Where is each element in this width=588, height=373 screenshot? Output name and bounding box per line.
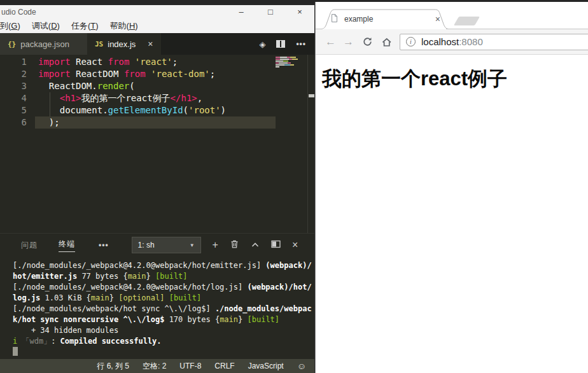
terminal-token: ./node_modules/webpac: [215, 304, 312, 313]
status-language[interactable]: JavaScript: [248, 362, 284, 370]
terminal-token: [built]: [155, 272, 188, 281]
terminal-select[interactable]: 1: sh ▼: [132, 237, 201, 253]
menu-item-D[interactable]: 调试(D): [26, 20, 66, 32]
tab-close-icon[interactable]: ×: [435, 14, 440, 24]
home-icon[interactable]: [381, 37, 392, 47]
panel-more-icon[interactable]: •••: [99, 241, 109, 250]
panel-header: 问题 终端 ••• 1: sh ▼ + ×: [0, 234, 314, 257]
tab-index-js[interactable]: JS index.js ×: [87, 33, 161, 55]
panel-tab-terminal[interactable]: 终端: [59, 239, 75, 252]
terminal-token: 1.03 KiB {: [40, 293, 90, 302]
code-token: 'root': [188, 104, 221, 116]
browser-toolbar: ← → i localhost :8080: [316, 29, 588, 55]
new-terminal-icon[interactable]: +: [213, 240, 218, 250]
terminal-token: [./node_modules/_webpack@4.2.0@webpack/h…: [13, 261, 265, 270]
vscode-titlebar: udio Code – □ ×: [0, 5, 314, 19]
terminal-line-4: log.js 1.03 KiB {main} [optional] [built…: [13, 293, 314, 304]
kill-terminal-icon[interactable]: [230, 239, 239, 251]
code-token: [146, 68, 151, 80]
terminal-token: k/hot sync nonrecursive ^\.\/log$: [13, 315, 164, 324]
info-icon[interactable]: i: [406, 37, 416, 46]
vscode-window-title: udio Code: [1, 8, 36, 17]
maximize-icon[interactable]: □: [256, 5, 285, 19]
terminal-token: }: [146, 272, 155, 281]
panel-layout-icon[interactable]: [271, 240, 281, 250]
menu-item-G[interactable]: 到(G): [0, 20, 26, 32]
status-eol[interactable]: CRLF: [214, 362, 234, 370]
more-actions-icon[interactable]: •••: [296, 39, 306, 48]
code-token: ReactDOM.: [38, 80, 97, 92]
terminal-token: [built]: [247, 315, 279, 324]
tab-title: example: [344, 15, 435, 24]
new-tab-button[interactable]: [454, 17, 480, 25]
status-encoding[interactable]: UTF-8: [179, 362, 201, 370]
minimize-icon[interactable]: –: [227, 5, 256, 19]
browser-tab[interactable]: example ×: [321, 10, 448, 29]
status-indent[interactable]: 空格: 2: [143, 361, 166, 372]
code-line-4[interactable]: 4 <h1>我的第一个react例子</h1>,: [0, 92, 314, 104]
terminal-line-1: [./node_modules/_webpack@4.2.0@webpack/h…: [13, 260, 314, 271]
terminal-line-6: k/hot sync nonrecursive ^\.\/log$ 170 by…: [13, 314, 314, 325]
line-number: 1: [0, 56, 27, 68]
terminal-token: main: [128, 272, 146, 281]
code-editor[interactable]: 1import React from 'react';2import React…: [0, 55, 314, 233]
page-icon: [330, 13, 339, 25]
code-token: ReactDOM: [71, 68, 124, 80]
back-icon[interactable]: ←: [325, 36, 336, 47]
code-token: 'react': [135, 56, 172, 68]
bottom-panel: 问题 终端 ••• 1: sh ▼ + × [./node_mo: [0, 233, 314, 359]
split-editor-icon[interactable]: [276, 40, 285, 48]
vscode-menubar: 到(G)调试(D)任务(T)帮助(H): [0, 19, 314, 33]
terminal-output[interactable]: [./node_modules/_webpack@4.2.0@webpack/h…: [0, 257, 314, 359]
code-line-6[interactable]: 6 );: [0, 116, 314, 129]
terminal-token: (webpack)/: [265, 261, 311, 270]
browser-tabstrip: example ×: [316, 2, 588, 29]
code-token: 我的第一个react例子: [81, 92, 170, 104]
code-token: getElementById: [108, 104, 183, 116]
terminal-token: main: [220, 315, 238, 324]
editor-actions: ◈ •••: [259, 33, 314, 55]
code-token: </h1>: [171, 92, 197, 104]
code-line-1[interactable]: 1import React from 'react';: [0, 56, 314, 68]
code-token: [38, 92, 60, 104]
menu-item-T[interactable]: 任务(T): [66, 20, 104, 32]
terminal-line-5: [./node_modules/webpack/hot sync ^\.\/lo…: [13, 304, 314, 314]
terminal-token: [164, 293, 169, 302]
open-changes-icon[interactable]: ◈: [259, 39, 265, 49]
code-line-5[interactable]: 5 document.getElementById('root'): [0, 104, 314, 116]
address-bar[interactable]: i localhost :8080: [400, 34, 588, 50]
maximize-panel-icon[interactable]: [251, 240, 260, 250]
code-token: ;: [172, 56, 178, 68]
close-icon[interactable]: ×: [285, 5, 314, 19]
feedback-smiley-icon[interactable]: ☺: [297, 361, 306, 371]
vscode-window: udio Code – □ × 到(G)调试(D)任务(T)帮助(H) {} p…: [0, 5, 314, 373]
window-controls: – □ ×: [227, 5, 314, 19]
chevron-down-icon: ▼: [190, 243, 195, 248]
forward-icon[interactable]: →: [343, 36, 354, 47]
minimap[interactable]: [276, 57, 298, 68]
terminal-token: Compiled successfully.: [60, 337, 162, 346]
active-tab-merge: [323, 29, 446, 29]
indent-guide: [50, 92, 50, 116]
tab-close-icon[interactable]: ×: [148, 39, 153, 49]
menu-item-H[interactable]: 帮助(H): [104, 20, 144, 32]
terminal-token: (webpack)/hot/: [247, 283, 311, 292]
code-line-3[interactable]: 3 ReactDOM.render(: [0, 80, 314, 92]
code-token: (: [183, 104, 188, 116]
tab-package-json[interactable]: {} package.json: [0, 33, 87, 55]
code-token: <h1>: [60, 92, 81, 104]
terminal-line-9: [13, 347, 314, 358]
tab-label: package.json: [20, 39, 69, 49]
url-port: :8080: [459, 36, 483, 47]
status-bar: 行 6, 列 5 空格: 2 UTF-8 CRLF JavaScript ☺: [0, 359, 314, 373]
close-panel-icon[interactable]: ×: [292, 240, 298, 250]
terminal-token: log.js: [13, 293, 40, 302]
status-line-col[interactable]: 行 6, 列 5: [97, 361, 129, 372]
terminal-token: 「wdm」: [22, 337, 51, 346]
terminal-token: :: [51, 337, 60, 346]
panel-tab-problems[interactable]: 问题: [21, 240, 38, 251]
terminal-token: }: [238, 315, 247, 324]
reload-icon[interactable]: [362, 36, 373, 47]
line-number: 4: [0, 92, 27, 104]
code-line-2[interactable]: 2import ReactDOM from 'react-dom';: [0, 68, 314, 80]
